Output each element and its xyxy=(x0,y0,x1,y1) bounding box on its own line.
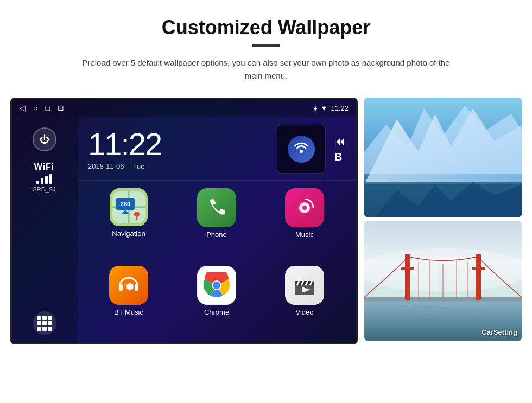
chrome-svg xyxy=(203,272,230,299)
svg-point-18 xyxy=(213,282,220,289)
clock-info: 2018-11-06 Tue xyxy=(88,162,161,170)
svg-text:⬢: ⬢ xyxy=(126,282,134,291)
app-video[interactable]: Video xyxy=(263,266,346,339)
app-btmusic[interactable]: ⬢ BT Music xyxy=(87,266,170,339)
nav-map-svg: 280 xyxy=(110,188,148,226)
wifi-bar-1 xyxy=(36,181,39,184)
clock-status: 11:22 xyxy=(331,104,349,112)
screen-body: ⏻ WiFi SRD_SJ xyxy=(12,117,356,344)
svg-rect-34 xyxy=(364,297,522,302)
wifi-bars xyxy=(33,174,55,184)
page-title: Customized Wallpaper xyxy=(162,16,371,39)
device-area: ◁ ○ □ ⊡ ♦ ▼ 11:22 ⏻ WiFi xyxy=(10,98,522,344)
wifi-bar-3 xyxy=(45,176,48,184)
video-label: Video xyxy=(295,308,313,316)
app-music[interactable]: Music xyxy=(263,188,346,261)
apps-grid-icon xyxy=(37,316,52,331)
chrome-icon xyxy=(197,266,236,305)
clock-left: 11:22 2018-11-06 Tue xyxy=(88,129,161,170)
media-controls: ⏮ B xyxy=(334,135,345,163)
btmusic-label: BT Music xyxy=(114,308,143,316)
svg-rect-38 xyxy=(472,267,485,270)
music-icon xyxy=(285,188,324,227)
prev-track-icon[interactable]: ⏮ xyxy=(334,135,345,148)
svg-rect-36 xyxy=(476,254,481,300)
svg-rect-37 xyxy=(401,267,414,270)
carsetting-label: CarSetting xyxy=(482,328,517,336)
clock-time: 11:22 xyxy=(88,129,161,160)
clock-day: Tue xyxy=(133,162,145,170)
phone-icon xyxy=(197,188,236,227)
svg-point-12 xyxy=(302,206,307,210)
home-icon[interactable]: ○ xyxy=(33,104,37,112)
bridge-svg xyxy=(364,221,522,341)
wifi-label: WiFi xyxy=(33,162,55,172)
video-svg xyxy=(293,273,316,297)
bridge-background: CarSetting xyxy=(364,221,522,341)
svg-rect-14 xyxy=(135,284,138,291)
signal-icon: ▼ xyxy=(321,104,328,112)
back-icon[interactable]: ◁ xyxy=(20,104,26,112)
status-bar-left: ◁ ○ □ ⊡ xyxy=(20,104,64,112)
navigation-label: Navigation xyxy=(112,229,145,238)
wallpaper-preview-bridge[interactable]: CarSetting xyxy=(364,221,522,341)
btmusic-svg: ⬢ xyxy=(117,273,141,297)
media-widget[interactable] xyxy=(277,125,326,174)
svg-point-8 xyxy=(134,212,140,217)
video-icon xyxy=(285,266,324,305)
ice-svg xyxy=(364,98,522,217)
svg-point-0 xyxy=(300,150,303,153)
clock-date: 2018-11-06 xyxy=(88,162,124,170)
apps-grid-button[interactable] xyxy=(33,311,56,335)
wifi-ssid: SRD_SJ xyxy=(33,186,55,193)
phone-svg xyxy=(206,197,227,219)
music-label: Music xyxy=(295,231,314,239)
btmusic-icon: ⬢ xyxy=(109,266,148,305)
page-subtitle: Preload over 5 default wallpaper options… xyxy=(76,56,456,82)
app-phone[interactable]: Phone xyxy=(175,188,258,261)
android-screen: ◁ ○ □ ⊡ ♦ ▼ 11:22 ⏻ WiFi xyxy=(10,98,358,344)
status-bar-right: ♦ ▼ 11:22 xyxy=(314,104,349,112)
title-divider xyxy=(252,44,280,47)
phone-label: Phone xyxy=(206,231,227,239)
navigation-icon: 280 xyxy=(110,188,148,226)
svg-rect-35 xyxy=(405,254,410,300)
sidebar: ⏻ WiFi SRD_SJ xyxy=(12,117,77,344)
ice-background xyxy=(364,98,522,217)
music-svg xyxy=(294,197,315,219)
chrome-label: Chrome xyxy=(204,308,229,316)
clock-area: 11:22 2018-11-06 Tue xyxy=(77,117,356,181)
svg-rect-13 xyxy=(119,284,123,291)
wifi-bar-2 xyxy=(41,178,43,184)
wallpaper-preview-ice[interactable] xyxy=(364,98,522,217)
apps-grid: 280 Navigation xyxy=(77,181,356,344)
next-label: B xyxy=(334,151,345,163)
recent-icon[interactable]: □ xyxy=(45,104,49,112)
app-chrome[interactable]: Chrome xyxy=(175,266,258,339)
power-button[interactable]: ⏻ xyxy=(33,127,56,151)
radio-icon xyxy=(292,139,311,159)
screenshot-icon[interactable]: ⊡ xyxy=(58,104,64,112)
status-bar: ◁ ○ □ ⊡ ♦ ▼ 11:22 xyxy=(12,99,356,117)
svg-text:280: 280 xyxy=(121,201,130,207)
location-icon: ♦ xyxy=(314,104,318,112)
wifi-widget: WiFi SRD_SJ xyxy=(33,162,55,193)
wifi-bar-4 xyxy=(49,174,52,184)
clock-right: ⏮ B xyxy=(277,125,345,174)
media-icon xyxy=(288,136,315,163)
wallpaper-previews: CarSetting xyxy=(364,98,522,341)
main-content: 11:22 2018-11-06 Tue xyxy=(77,117,356,344)
sidebar-top: ⏻ WiFi SRD_SJ xyxy=(33,127,56,193)
app-navigation[interactable]: 280 Navigation xyxy=(87,188,170,261)
